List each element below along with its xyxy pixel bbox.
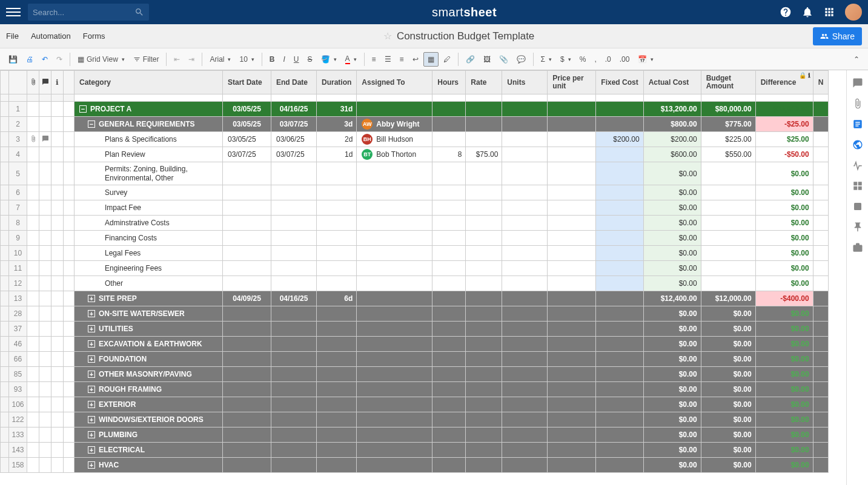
workapps-icon[interactable]	[852, 242, 863, 253]
share-button[interactable]: Share	[813, 27, 862, 45]
table-row[interactable]: 3Plans & Specifications03/05/2503/06/252…	[1, 132, 829, 147]
star-icon[interactable]: ☆	[383, 30, 392, 42]
col-assigned[interactable]: Assigned To	[357, 71, 432, 94]
table-row[interactable]: 1−PROJECT A03/05/2504/16/2531d$13,200.00…	[1, 102, 829, 117]
table-row[interactable]: 106+EXTERIOR$0.00$0.00$0.00	[1, 397, 829, 412]
col-comment[interactable]	[39, 71, 51, 94]
col-end[interactable]: End Date	[271, 71, 317, 94]
table-row[interactable]: 5Permits: Zoning, Building, Environmenta…	[1, 162, 829, 185]
date-icon[interactable]: 📅▾	[634, 53, 657, 66]
save-icon[interactable]: 💾	[5, 53, 21, 66]
bold-icon[interactable]: B	[266, 53, 279, 66]
table-row[interactable]: 11Engineering Fees$0.00$0.00	[1, 261, 829, 276]
indent-icon[interactable]: ⇥	[185, 53, 198, 66]
highlight-icon[interactable]: 🖊	[440, 53, 454, 66]
col-duration[interactable]: Duration	[317, 71, 357, 94]
align-left-icon[interactable]: ≡	[368, 53, 380, 66]
table-row[interactable]: 13+SITE PREP04/09/2504/16/256d$12,400.00…	[1, 291, 829, 306]
bell-icon[interactable]	[801, 6, 813, 18]
italic-icon[interactable]: I	[280, 53, 289, 66]
filter-button[interactable]: Filter	[130, 53, 163, 66]
format-paint-icon[interactable]: ▦	[423, 52, 439, 67]
apps-icon[interactable]	[823, 6, 835, 18]
expander-icon[interactable]: +	[88, 371, 95, 378]
table-row[interactable]: 158+HVAC$0.00$0.00$0.00	[1, 458, 829, 473]
expander-icon[interactable]: +	[88, 416, 95, 423]
table-row[interactable]: 37+UTILITIES$0.00$0.00$0.00	[1, 322, 829, 337]
attachments-icon[interactable]	[852, 98, 863, 109]
table-row[interactable]: 2−GENERAL REQUIREMENTS03/05/2503/07/253d…	[1, 117, 829, 132]
table-row[interactable]: 10Legal Fees$0.00$0.00	[1, 246, 829, 261]
attach-icon[interactable]: 📎	[495, 53, 512, 66]
align-right-icon[interactable]: ≡	[396, 53, 408, 66]
redo-icon[interactable]: ↷	[53, 53, 66, 66]
collapse-icon[interactable]: ⌃	[850, 53, 863, 66]
strike-icon[interactable]: S	[304, 53, 316, 66]
col-diff[interactable]: Difference🔒 ℹ	[755, 71, 813, 94]
col-proof[interactable]: ℹ	[51, 71, 64, 94]
table-row[interactable]: 46+EXCAVATION & EARTHWORK$0.00$0.00$0.00	[1, 337, 829, 352]
col-category[interactable]: Category	[75, 71, 223, 94]
menu-automation[interactable]: Automation	[31, 31, 71, 41]
col-n[interactable]: N	[813, 71, 829, 94]
col-start[interactable]: Start Date	[223, 71, 271, 94]
expander-icon[interactable]: −	[88, 120, 95, 128]
decimal-inc-icon[interactable]: .00	[616, 53, 634, 66]
col-actual[interactable]: Actual Cost	[643, 71, 701, 94]
currency-icon[interactable]: $▾	[557, 53, 575, 66]
baseline-icon[interactable]	[852, 201, 863, 212]
link-icon[interactable]: 🔗	[462, 53, 479, 66]
table-row[interactable]: 9Financing Costs$0.00$0.00	[1, 231, 829, 246]
summary-icon[interactable]	[852, 180, 863, 191]
col-attach[interactable]	[27, 71, 39, 94]
table-row[interactable]: 4Plan Review03/07/2503/07/251dBTBob Thor…	[1, 147, 829, 162]
expander-icon[interactable]: +	[88, 461, 95, 469]
search-input[interactable]	[33, 8, 134, 17]
expander-icon[interactable]: +	[88, 355, 95, 363]
menu-icon[interactable]	[6, 5, 21, 19]
image-icon[interactable]: 🖼	[480, 53, 494, 66]
comment-icon[interactable]: 💬	[513, 53, 529, 66]
expander-icon[interactable]: +	[88, 310, 95, 317]
col-rate[interactable]: Rate	[466, 71, 502, 94]
expander-icon[interactable]: +	[88, 325, 95, 332]
underline-icon[interactable]: U	[290, 53, 303, 66]
expander-icon[interactable]: +	[88, 340, 95, 348]
size-select[interactable]: 10▾	[236, 53, 257, 66]
percent-icon[interactable]: %	[576, 53, 590, 66]
wrap-icon[interactable]: ↩	[409, 53, 422, 66]
table-row[interactable]: 93+ROUGH FRAMING$0.00$0.00$0.00	[1, 382, 829, 397]
col-budget[interactable]: Budget Amount	[701, 71, 755, 94]
table-row[interactable]: 133+PLUMBING$0.00$0.00$0.00	[1, 427, 829, 443]
table-row[interactable]: 8Adminstrative Costs$0.00$0.00	[1, 216, 829, 231]
col-rownum[interactable]	[9, 71, 27, 94]
col-ppu[interactable]: Price per unit	[548, 71, 596, 94]
expander-icon[interactable]: +	[88, 386, 95, 393]
thousands-icon[interactable]: ,	[591, 53, 600, 66]
decimal-dec-icon[interactable]: .0	[601, 53, 615, 66]
grid-view-button[interactable]: ▦ Grid View▾	[74, 53, 128, 66]
menu-forms[interactable]: Forms	[83, 31, 105, 41]
fill-color-icon[interactable]: 🪣▾	[317, 53, 340, 66]
help-icon[interactable]	[780, 6, 792, 18]
table-row[interactable]: 122+WINDOWS/EXTERIOR DOORS$0.00$0.00$0.0…	[1, 412, 829, 427]
table-row[interactable]: 85+OTHER MASONRY/PAVING$0.00$0.00$0.00	[1, 367, 829, 382]
col-hours[interactable]: Hours	[432, 71, 466, 94]
align-center-icon[interactable]: ☰	[381, 53, 395, 66]
proof-icon[interactable]	[852, 119, 863, 130]
expander-icon[interactable]: +	[88, 295, 95, 302]
expander-icon[interactable]: +	[88, 401, 95, 408]
sheet-area[interactable]: ℹ Category Start Date End Date Duration …	[0, 70, 846, 485]
search-box[interactable]	[28, 4, 149, 21]
table-row[interactable]: 143+ELECTRICAL$0.00$0.00$0.00	[1, 443, 829, 458]
avatar[interactable]	[845, 4, 862, 21]
expander-icon[interactable]: +	[88, 431, 95, 438]
print-icon[interactable]: 🖨	[22, 53, 37, 66]
pin-icon[interactable]	[852, 222, 863, 233]
table-row[interactable]: 12Other$0.00$0.00	[1, 276, 829, 291]
undo-icon[interactable]: ↶	[38, 53, 51, 66]
conversations-icon[interactable]	[852, 78, 863, 88]
sum-icon[interactable]: Σ▾	[537, 53, 555, 66]
font-select[interactable]: Arial▾	[206, 53, 234, 66]
table-row[interactable]: 28+ON-SITE WATER/SEWER$0.00$0.00$0.00	[1, 306, 829, 322]
